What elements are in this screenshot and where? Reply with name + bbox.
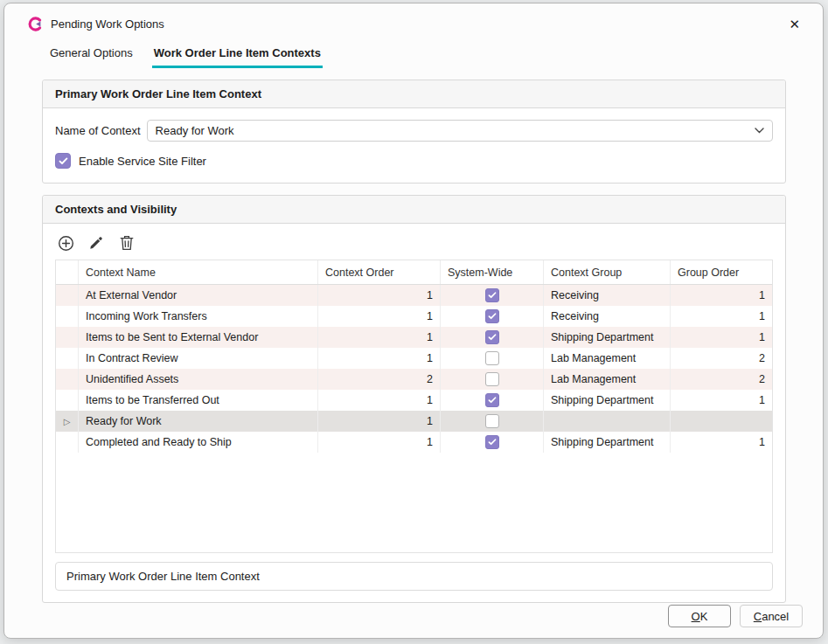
cell-context-group: Lab Management: [544, 348, 671, 369]
cell-group-order: 1: [671, 432, 772, 453]
cell-context-order: 1: [318, 306, 441, 327]
row-system-wide-checkbox[interactable]: [485, 288, 499, 302]
trash-icon: [120, 235, 134, 251]
cell-group-order: 1: [671, 285, 772, 306]
table-row[interactable]: In Contract Review 1 Lab Management 2: [56, 348, 772, 369]
circle-plus-icon: [58, 235, 74, 252]
dialog-button-bar: OK Cancel: [668, 605, 803, 627]
name-of-context-label: Name of Context: [55, 124, 141, 137]
cell-context-order: 1: [318, 432, 441, 453]
service-site-filter-label: Enable Service Site Filter: [79, 155, 206, 168]
name-of-context-value: Ready for Work: [156, 124, 234, 137]
cell-context-group: Lab Management: [544, 369, 671, 390]
cell-context-order: 1: [318, 327, 441, 348]
cell-context-group: Receiving: [544, 285, 671, 306]
header-context-order[interactable]: Context Order: [318, 260, 441, 284]
table-row[interactable]: ▷ Ready for Work 1: [56, 411, 772, 432]
tab-general-options[interactable]: General Options: [48, 44, 135, 68]
chevron-down-icon: [755, 128, 764, 134]
cell-context-group: Shipping Department: [544, 327, 671, 348]
cell-context-name: Items to be Transferred Out: [79, 390, 318, 411]
row-system-wide-checkbox[interactable]: [485, 435, 499, 449]
selected-row-arrow: ▷: [64, 417, 71, 426]
grid-toolbar: [43, 224, 785, 260]
pencil-icon: [89, 236, 103, 250]
row-system-wide-checkbox[interactable]: [485, 393, 499, 407]
table-footer-text: Primary Work Order Line Item Context: [66, 570, 260, 583]
cell-context-order: 2: [318, 369, 441, 390]
pending-work-options-dialog: Pending Work Options ✕ General Options W…: [3, 3, 824, 639]
cell-context-name: At External Vendor: [79, 285, 318, 306]
add-context-button[interactable]: [57, 234, 74, 252]
cell-context-name: Unidentified Assets: [79, 369, 318, 390]
row-system-wide-checkbox[interactable]: [485, 330, 499, 344]
cell-context-order: 1: [318, 390, 441, 411]
row-system-wide-checkbox[interactable]: [485, 309, 499, 323]
cell-context-order: 1: [318, 411, 441, 432]
contexts-visibility-group-header: Contexts and Visibility: [43, 196, 785, 224]
cell-context-group: [544, 411, 671, 432]
cell-context-group: Receiving: [544, 306, 671, 327]
header-context-name[interactable]: Context Name: [79, 260, 318, 284]
table-row[interactable]: Unidentified Assets 2 Lab Management 2: [56, 369, 772, 390]
cell-context-name: Incoming Work Transfers: [79, 306, 318, 327]
close-button[interactable]: ✕: [783, 16, 805, 32]
cell-context-name: Items to be Sent to External Vendor: [79, 327, 318, 348]
header-row-selector: [56, 260, 79, 284]
contexts-visibility-group: Contexts and Visibility: [42, 195, 786, 603]
dialog-title: Pending Work Options: [51, 17, 164, 31]
cell-group-order: 1: [671, 390, 772, 411]
cell-group-order: 1: [671, 306, 772, 327]
cell-group-order: 2: [671, 369, 772, 390]
delete-context-button[interactable]: [118, 234, 136, 252]
cell-context-order: 1: [318, 285, 441, 306]
ok-button[interactable]: OK: [668, 605, 731, 627]
cell-context-order: 1: [318, 348, 441, 369]
cell-context-name: Ready for Work: [79, 411, 318, 432]
table-row[interactable]: Incoming Work Transfers 1 Receiving 1: [56, 306, 772, 327]
cell-context-name: In Contract Review: [79, 348, 318, 369]
cancel-button[interactable]: Cancel: [740, 605, 803, 627]
table-row[interactable]: Completed and Ready to Ship 1 Shipping D…: [56, 432, 772, 453]
tab-work-order-line-item-contexts[interactable]: Work Order Line Item Contexts: [152, 44, 323, 68]
tab-bar: General Options Work Order Line Item Con…: [4, 44, 823, 68]
cell-context-group: Shipping Department: [544, 390, 671, 411]
edit-context-button[interactable]: [87, 234, 105, 252]
row-system-wide-checkbox[interactable]: [485, 414, 499, 428]
cell-group-order: [671, 411, 772, 432]
cell-group-order: 1: [671, 327, 772, 348]
header-group-order[interactable]: Group Order: [671, 260, 772, 284]
app-logo-icon: [28, 17, 43, 31]
primary-context-group: Primary Work Order Line Item Context Nam…: [42, 80, 786, 184]
header-system-wide[interactable]: System-Wide: [441, 260, 544, 284]
row-system-wide-checkbox[interactable]: [485, 351, 499, 365]
header-context-group[interactable]: Context Group: [544, 260, 671, 284]
name-of-context-combobox[interactable]: Ready for Work: [147, 120, 773, 142]
table-footer: Primary Work Order Line Item Context: [55, 562, 773, 591]
row-system-wide-checkbox[interactable]: [485, 372, 499, 386]
table-body: At External Vendor 1 Receiving 1 Incomin…: [56, 285, 772, 453]
table-row[interactable]: Items to be Sent to External Vendor 1 Sh…: [56, 327, 772, 348]
primary-context-group-header: Primary Work Order Line Item Context: [43, 80, 785, 108]
service-site-filter-checkbox[interactable]: [55, 153, 71, 169]
cell-context-group: Shipping Department: [544, 432, 671, 453]
table-header-row: Context Name Context Order System-Wide C…: [56, 260, 772, 285]
title-bar: Pending Work Options ✕: [4, 3, 823, 44]
contexts-table: Context Name Context Order System-Wide C…: [55, 260, 773, 553]
table-row[interactable]: Items to be Transferred Out 1 Shipping D…: [56, 390, 772, 411]
cell-context-name: Completed and Ready to Ship: [79, 432, 318, 453]
cell-group-order: 2: [671, 348, 772, 369]
table-row[interactable]: At External Vendor 1 Receiving 1: [56, 285, 772, 306]
